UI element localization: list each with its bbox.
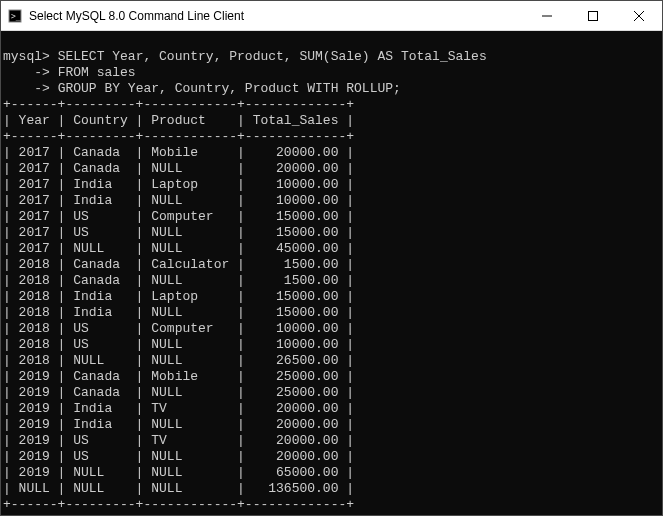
close-button[interactable] (616, 1, 662, 30)
svg-rect-3 (589, 11, 598, 20)
svg-text:>_: >_ (11, 12, 21, 21)
app-icon: >_ (7, 8, 23, 24)
table-border: +------+---------+------------+---------… (3, 97, 354, 112)
terminal-output[interactable]: mysql> SELECT Year, Country, Product, SU… (1, 31, 662, 515)
query-line: mysql> SELECT Year, Country, Product, SU… (3, 49, 487, 64)
query-line: -> FROM sales (3, 65, 136, 80)
titlebar[interactable]: >_ Select MySQL 8.0 Command Line Client (1, 1, 662, 31)
result-summary: 22 rows in set (0.00 sec) (3, 513, 198, 515)
table-rows: | 2017 | Canada | Mobile | 20000.00 | | … (3, 145, 354, 496)
app-window: >_ Select MySQL 8.0 Command Line Client … (0, 0, 663, 516)
maximize-button[interactable] (570, 1, 616, 30)
table-border: +------+---------+------------+---------… (3, 129, 354, 144)
table-header: | Year | Country | Product | Total_Sales… (3, 113, 354, 128)
window-controls (524, 1, 662, 30)
window-title: Select MySQL 8.0 Command Line Client (29, 9, 524, 23)
minimize-button[interactable] (524, 1, 570, 30)
table-border: +------+---------+------------+---------… (3, 497, 354, 512)
query-line: -> GROUP BY Year, Country, Product WITH … (3, 81, 401, 96)
